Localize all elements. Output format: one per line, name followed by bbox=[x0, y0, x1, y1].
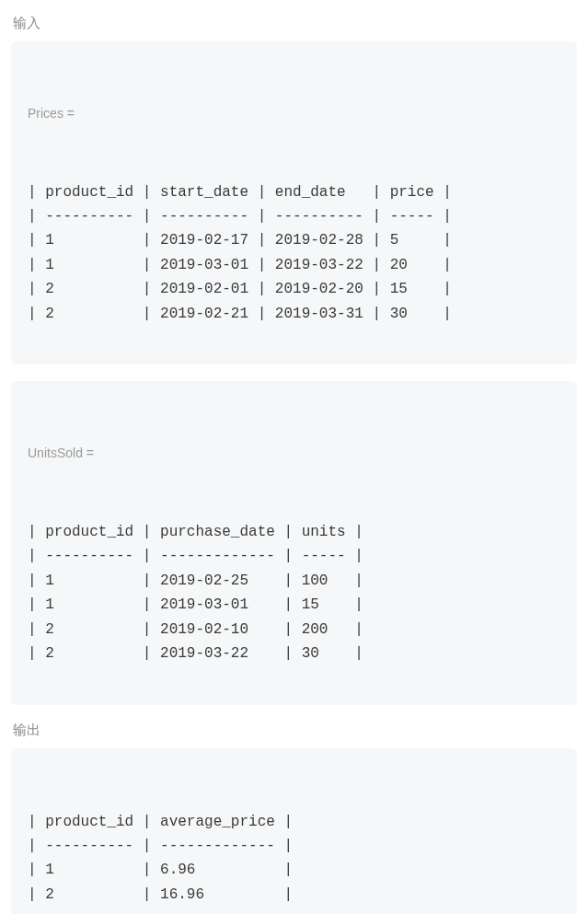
unitssold-code-block: UnitsSold = | product_id | purchase_date… bbox=[11, 381, 577, 704]
output-table: | product_id | average_price | | -------… bbox=[28, 810, 560, 908]
unitssold-title: UnitsSold = bbox=[28, 443, 560, 464]
output-code-block: | product_id | average_price | | -------… bbox=[11, 748, 577, 914]
prices-title: Prices = bbox=[28, 103, 560, 124]
prices-table: | product_id | start_date | end_date | p… bbox=[28, 180, 560, 326]
unitssold-table: | product_id | purchase_date | units | |… bbox=[28, 520, 560, 665]
prices-code-block: Prices = | product_id | start_date | end… bbox=[11, 41, 577, 364]
input-label: 输入 bbox=[13, 15, 577, 32]
output-label: 输出 bbox=[13, 722, 577, 739]
